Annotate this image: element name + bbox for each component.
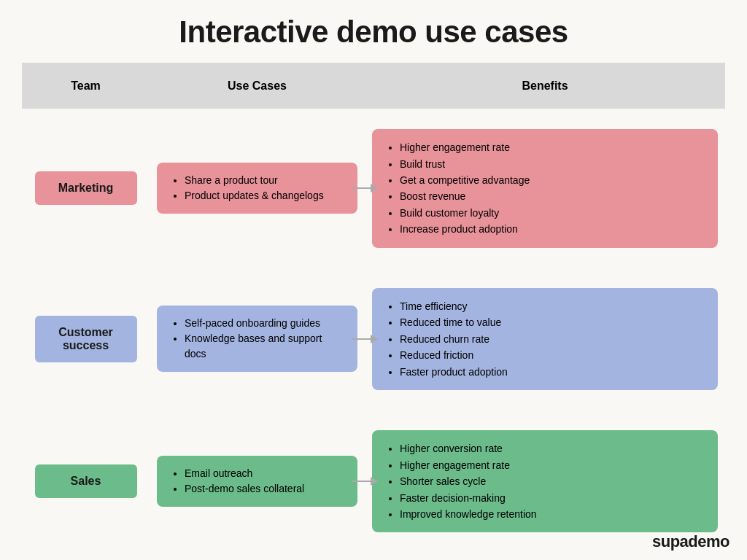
page-title: Interactive demo use cases xyxy=(22,15,725,50)
list-item: Faster product adoption xyxy=(400,364,705,380)
arrow-graphic xyxy=(352,335,378,343)
header-use-cases: Use Cases xyxy=(150,63,365,109)
list-item: Time efficiency xyxy=(400,298,705,314)
sales-label: Sales xyxy=(35,464,137,498)
list-item: Increase product adoption xyxy=(400,221,705,237)
marketing-team-cell: Marketing xyxy=(22,109,150,268)
arrow-marketing xyxy=(352,184,378,192)
list-item: Improved knowledge retention xyxy=(400,506,705,522)
list-item: Higher engagement rate xyxy=(400,139,705,155)
marketing-label: Marketing xyxy=(35,171,137,205)
list-item: Reduced friction xyxy=(400,347,705,363)
list-item: Higher engagement rate xyxy=(400,457,705,473)
list-item: Boost revenue xyxy=(400,188,705,204)
customer-benefits-list: Time efficiency Reduced time to value Re… xyxy=(385,298,705,380)
list-item: Higher conversion rate xyxy=(400,440,705,456)
customer-label: Customer success xyxy=(35,316,137,362)
sales-team-cell: Sales xyxy=(22,411,150,553)
customer-usecases-box: Self-paced onboarding guides Knowledge b… xyxy=(157,306,357,372)
list-item: Reduced churn rate xyxy=(400,331,705,347)
branding-logo: supademo xyxy=(652,532,729,551)
list-item: Reduced time to value xyxy=(400,314,705,330)
marketing-usecases-list: Share a product tour Product updates & c… xyxy=(170,173,344,203)
list-item: Faster decision-making xyxy=(400,490,705,506)
arrow-head xyxy=(371,477,378,486)
list-item: Email outreach xyxy=(185,466,344,481)
arrow-graphic xyxy=(352,477,378,486)
header-team: Team xyxy=(22,63,150,109)
arrow-sales xyxy=(352,477,378,486)
arrow-customer xyxy=(352,335,378,343)
sales-usecases-cell: Email outreach Post-demo sales collatera… xyxy=(150,411,365,553)
list-item: Get a competitive advantage xyxy=(400,172,705,188)
list-item: Post-demo sales collateral xyxy=(185,481,344,497)
list-item: Build customer loyalty xyxy=(400,205,705,221)
sales-benefits-cell: Higher conversion rate Higher engagement… xyxy=(365,411,725,553)
customer-benefits-cell: Time efficiency Reduced time to value Re… xyxy=(365,268,725,410)
arrow-head xyxy=(371,335,378,343)
sales-usecases-list: Email outreach Post-demo sales collatera… xyxy=(170,466,344,497)
list-item: Product updates & changelogs xyxy=(185,188,344,203)
sales-benefits-list: Higher conversion rate Higher engagement… xyxy=(385,440,705,522)
customer-usecases-cell: Self-paced onboarding guides Knowledge b… xyxy=(150,268,365,410)
arrow-line xyxy=(352,338,371,340)
header-benefits: Benefits xyxy=(365,63,725,109)
marketing-usecases-box: Share a product tour Product updates & c… xyxy=(157,163,357,214)
customer-usecases-list: Self-paced onboarding guides Knowledge b… xyxy=(170,316,344,362)
marketing-usecases-cell: Share a product tour Product updates & c… xyxy=(150,109,365,268)
list-item: Shorter sales cycle xyxy=(400,473,705,489)
marketing-benefits-cell: Higher engagement rate Build trust Get a… xyxy=(365,109,725,268)
list-item: Share a product tour xyxy=(185,173,344,188)
customer-team-cell: Customer success xyxy=(22,268,150,410)
list-item: Build trust xyxy=(400,156,705,172)
list-item: Knowledge bases and support docs xyxy=(185,331,344,362)
customer-benefits-box: Time efficiency Reduced time to value Re… xyxy=(372,288,718,390)
sales-benefits-box: Higher conversion rate Higher engagement… xyxy=(372,430,718,532)
arrow-line xyxy=(352,187,371,189)
arrow-graphic xyxy=(352,184,378,192)
arrow-head xyxy=(371,184,378,192)
sales-usecases-box: Email outreach Post-demo sales collatera… xyxy=(157,456,357,507)
marketing-benefits-box: Higher engagement rate Build trust Get a… xyxy=(372,129,718,247)
marketing-benefits-list: Higher engagement rate Build trust Get a… xyxy=(385,139,705,237)
page: Interactive demo use cases Team Use Case… xyxy=(0,0,747,560)
main-table: Team Use Cases Benefits Marketing Share … xyxy=(22,63,725,553)
arrow-line xyxy=(352,481,371,482)
list-item: Self-paced onboarding guides xyxy=(185,316,344,331)
